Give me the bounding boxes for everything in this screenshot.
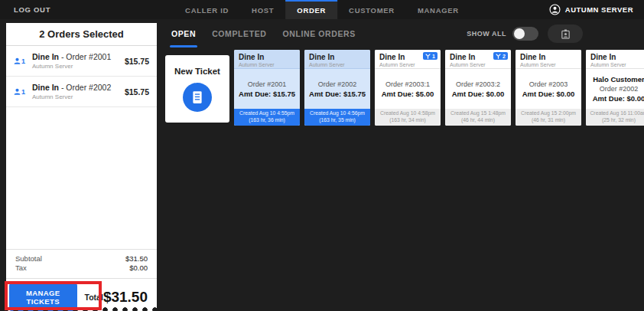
show-all-toggle[interactable] bbox=[512, 27, 538, 41]
ticket-server: Autumn Server bbox=[450, 62, 506, 67]
ticket-cards-row: New Ticket Dine In Autumn Server bbox=[165, 50, 644, 126]
split-icon bbox=[425, 54, 431, 59]
ticket-body: Order #2003:2 Amt Due: $0.00 bbox=[445, 69, 511, 109]
ticket-server: Autumn Server bbox=[590, 62, 644, 67]
user-name: AUTUMN SERVER bbox=[565, 5, 633, 14]
tickets-main-area: OPEN COMPLETED ONLINE ORDERS SHOW ALL bbox=[163, 19, 644, 311]
guest-icon bbox=[14, 57, 21, 64]
tab-order[interactable]: ORDER bbox=[285, 0, 337, 19]
total-label: Total bbox=[85, 293, 103, 302]
tab-online-orders[interactable]: ONLINE ORDERS bbox=[276, 19, 363, 48]
guest-count: 1 bbox=[21, 57, 25, 65]
user-avatar-icon bbox=[549, 4, 561, 15]
ticket-header: Dine In Autumn Server bbox=[586, 50, 644, 69]
ticket-body: Order #2001 Amt Due: $15.75 bbox=[234, 69, 300, 109]
ticket-created: Created Aug 15 2:00pm bbox=[521, 110, 576, 117]
split-icon bbox=[496, 54, 501, 59]
tab-caller-id[interactable]: CALLER ID bbox=[174, 0, 240, 19]
receipt-perforation-edge bbox=[6, 304, 157, 311]
ticket-created: Created Aug 16 11:00am bbox=[590, 110, 644, 117]
ticket-age: (163 hr, 34 min) bbox=[389, 117, 426, 124]
subtotal-label: Subtotal bbox=[15, 254, 42, 264]
ticket-header: Dine In Autumn Server 2 bbox=[445, 50, 511, 69]
guest-count-badge: 1 bbox=[14, 57, 32, 65]
order-list-item[interactable]: 1 Dine In - Order #2001 Autumn Server $1… bbox=[6, 46, 157, 77]
ticket-amount-due: Amt Due: $0.00 bbox=[452, 90, 505, 98]
ticket-order-number: Order #2002 bbox=[318, 80, 357, 88]
ticket-age: (163 hr, 36 min) bbox=[249, 117, 285, 124]
ticket-header: Dine In Autumn Server 1 bbox=[375, 50, 441, 69]
ticket-created-footer: Created Aug 16 11:00am (25 hr, 32 min) bbox=[586, 109, 644, 126]
ticket-order-number: Order #2001 bbox=[248, 80, 287, 88]
top-nav-tabs: CALLER ID HOST ORDER CUSTOMER MANAGER bbox=[174, 0, 470, 19]
ticket-toolbar-right: SHOW ALL bbox=[467, 19, 583, 48]
ticket-order-number: Order #2003 bbox=[529, 80, 568, 88]
guest-count: 1 bbox=[21, 88, 25, 96]
order-list-empty-space bbox=[6, 107, 157, 249]
guest-icon bbox=[14, 88, 21, 95]
split-number: 1 bbox=[432, 54, 435, 59]
ticket-type: Dine In bbox=[590, 53, 644, 61]
new-ticket-icon bbox=[183, 83, 212, 112]
ticket-card-2003[interactable]: Dine In Autumn Server Order #2003 Amt Du… bbox=[516, 50, 581, 126]
tab-customer[interactable]: CUSTOMER bbox=[337, 0, 406, 19]
ticket-order-number: Order #2002 bbox=[600, 85, 639, 93]
ticket-card-2002[interactable]: Dine In Autumn Server Order #2002 Amt Du… bbox=[304, 50, 370, 126]
order-list-item[interactable]: 1 Dine In - Order #2002 Autumn Server $1… bbox=[6, 77, 157, 107]
ticket-card-halo-2002[interactable]: Dine In Autumn Server Halo Customer Orde… bbox=[586, 50, 644, 126]
ticket-card-2003-2[interactable]: Dine In Autumn Server 2 Order #2003:2 Am… bbox=[445, 50, 511, 126]
tab-completed[interactable]: COMPLETED bbox=[205, 19, 273, 48]
show-all-label: SHOW ALL bbox=[467, 30, 506, 38]
current-user-chip[interactable]: AUTUMN SERVER bbox=[549, 0, 633, 19]
ticket-created-footer: Created Aug 10 4:55pm (163 hr, 36 min) bbox=[234, 109, 300, 126]
pos-order-screen: LOG OUT CALLER ID HOST ORDER CUSTOMER MA… bbox=[0, 0, 644, 311]
tax-row: Tax $0.00 bbox=[15, 264, 148, 273]
subtotal-row: Subtotal $31.50 bbox=[15, 254, 148, 264]
tab-open[interactable]: OPEN bbox=[164, 19, 203, 48]
ticket-age: (46 hr, 31 min) bbox=[532, 117, 565, 124]
ticket-header: Dine In Autumn Server bbox=[304, 50, 370, 69]
tab-host[interactable]: HOST bbox=[240, 0, 285, 19]
ticket-card-2001[interactable]: Dine In Autumn Server Order #2001 Amt Du… bbox=[234, 50, 300, 126]
ticket-type: Dine In bbox=[309, 53, 366, 61]
order-summary: Subtotal $31.50 Tax $0.00 bbox=[6, 249, 157, 274]
table-badge-button[interactable] bbox=[548, 25, 583, 43]
order-item-server: Autumn Server bbox=[32, 63, 125, 70]
tax-value: $0.00 bbox=[129, 264, 148, 273]
guest-count-badge: 1 bbox=[14, 88, 32, 96]
new-ticket-label: New Ticket bbox=[174, 67, 220, 76]
order-item-price: $15.75 bbox=[125, 57, 149, 66]
ticket-amount-due: Amt Due: $5.00 bbox=[382, 90, 434, 98]
split-ticket-badge: 2 bbox=[493, 52, 508, 60]
ticket-body: Order #2003 Amt Due: $0.00 bbox=[516, 69, 581, 109]
order-item-title: Dine In - Order #2002 bbox=[32, 83, 125, 92]
ticket-server: Autumn Server bbox=[309, 62, 366, 67]
ticket-order-number: Order #2003:1 bbox=[385, 80, 430, 88]
toggle-knob bbox=[514, 28, 525, 39]
ticket-amount-due: Amt Due: $0.00 bbox=[522, 90, 575, 98]
ticket-amount-due: Amt Due: $15.75 bbox=[309, 90, 366, 98]
ticket-created: Created Aug 10 4:55pm bbox=[239, 110, 294, 117]
ticket-header: Dine In Autumn Server bbox=[234, 50, 300, 69]
ticket-type: Dine In bbox=[239, 53, 295, 61]
ticket-created-footer: Created Aug 15 2:00pm (46 hr, 31 min) bbox=[516, 109, 581, 126]
ticket-created-footer: Created Aug 10 4:58pm (163 hr, 34 min) bbox=[375, 109, 441, 126]
id-badge-icon bbox=[560, 28, 571, 40]
ticket-type: Dine In bbox=[520, 53, 577, 61]
ticket-body: Halo Customer Order #2002 Amt Due: $0.00 bbox=[586, 69, 644, 109]
ticket-age: (25 hr, 32 min) bbox=[602, 117, 636, 124]
ticket-created: Created Aug 15 1:48pm bbox=[450, 110, 506, 117]
tab-manager[interactable]: MANAGER bbox=[406, 0, 470, 19]
order-item-server: Autumn Server bbox=[32, 93, 125, 100]
ticket-server: Autumn Server bbox=[379, 62, 436, 67]
split-ticket-badge: 1 bbox=[423, 52, 437, 60]
order-item-title: Dine In - Order #2001 bbox=[32, 52, 125, 61]
ticket-amount-due: Amt Due: $0.00 bbox=[593, 94, 644, 103]
ticket-server: Autumn Server bbox=[520, 62, 577, 67]
logout-button[interactable]: LOG OUT bbox=[14, 0, 50, 19]
ticket-card-2003-1[interactable]: Dine In Autumn Server 1 Order #2003:1 Am… bbox=[375, 50, 441, 126]
ticket-filter-tabs: OPEN COMPLETED ONLINE ORDERS SHOW ALL bbox=[163, 19, 644, 48]
ticket-created: Created Aug 10 4:58pm bbox=[380, 110, 435, 117]
ticket-amount-due: Amt Due: $15.75 bbox=[239, 90, 295, 98]
new-ticket-card[interactable]: New Ticket bbox=[165, 55, 229, 123]
